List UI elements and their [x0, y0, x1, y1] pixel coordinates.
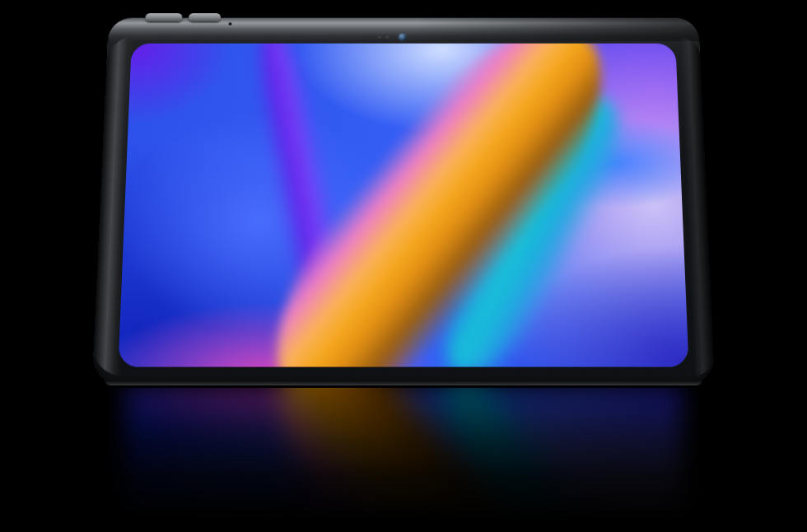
power-button	[145, 13, 182, 21]
tablet	[92, 18, 716, 386]
camera-sensor-dot	[378, 35, 381, 39]
tablet-bottom-edge	[104, 378, 703, 385]
front-camera-lens	[399, 33, 407, 40]
wallpaper	[118, 44, 688, 367]
tablet-reflection	[108, 388, 699, 530]
wallpaper	[125, 388, 682, 530]
tablet-screen	[118, 44, 688, 367]
scene-background	[0, 0, 807, 532]
volume-button	[189, 13, 221, 21]
camera-sensor-dot	[386, 35, 390, 39]
